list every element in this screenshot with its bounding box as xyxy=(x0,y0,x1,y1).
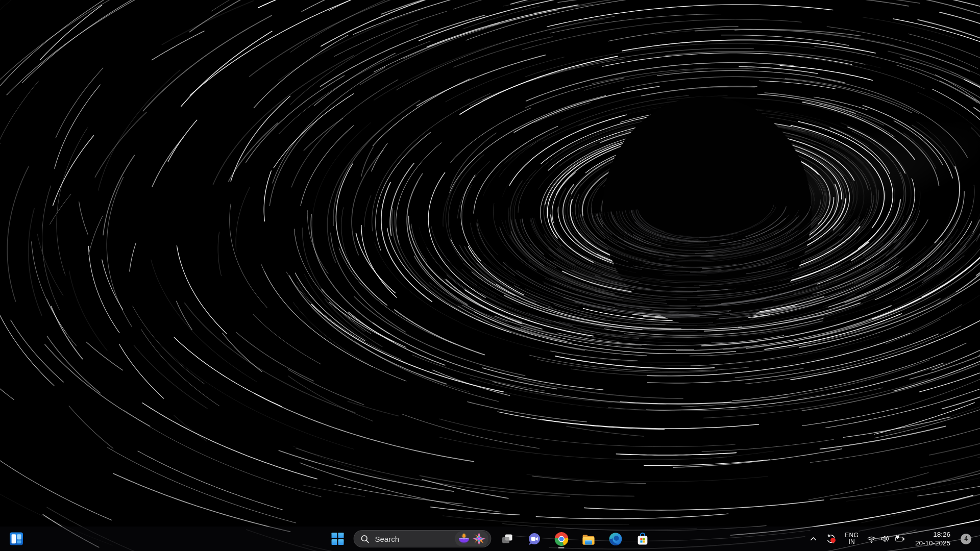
clock-date: 20-10-2025 xyxy=(915,539,950,547)
desktop-wallpaper xyxy=(0,0,980,551)
diya-lamp-icon xyxy=(457,532,471,546)
battery-plugged-icon xyxy=(894,533,905,544)
running-app-indicator xyxy=(558,547,565,548)
rangoli-star-icon xyxy=(472,532,486,546)
chrome-button[interactable] xyxy=(550,528,573,549)
wifi-icon xyxy=(867,534,876,544)
chrome-icon xyxy=(554,532,568,546)
video-chat-app-button[interactable] xyxy=(523,528,546,549)
language-switcher[interactable]: ENG IN xyxy=(841,529,862,549)
clock-time: 18:26 xyxy=(933,530,950,539)
search-highlights[interactable] xyxy=(455,531,488,546)
quick-settings-button[interactable] xyxy=(863,529,909,549)
search-icon xyxy=(361,535,370,543)
taskbar: Search xyxy=(0,527,980,551)
file-explorer-icon xyxy=(581,532,595,546)
sync-status-button[interactable] xyxy=(822,529,840,549)
edge-button[interactable] xyxy=(604,528,627,549)
file-explorer-button[interactable] xyxy=(577,528,600,549)
edge-icon xyxy=(608,532,622,546)
store-icon xyxy=(635,532,649,546)
task-view-button[interactable] xyxy=(496,528,519,549)
search-box[interactable]: Search xyxy=(354,530,492,547)
hidden-icons-button[interactable] xyxy=(806,529,821,549)
video-chat-icon xyxy=(527,532,541,546)
widgets-button[interactable] xyxy=(5,528,28,549)
language-region: IN xyxy=(848,539,854,545)
task-view-icon xyxy=(501,532,514,545)
start-button[interactable] xyxy=(327,528,349,549)
desktop: Search xyxy=(0,0,980,551)
clock-button[interactable]: 18:26 20-10-2025 xyxy=(910,529,956,549)
notification-center-button[interactable]: 4 xyxy=(957,529,975,549)
microsoft-store-button[interactable] xyxy=(631,528,654,549)
notification-count-badge: 4 xyxy=(961,534,971,544)
chevron-up-icon xyxy=(810,535,817,543)
search-placeholder: Search xyxy=(375,535,455,543)
widgets-icon xyxy=(9,532,23,546)
windows-start-icon xyxy=(331,532,345,545)
speaker-icon xyxy=(880,534,890,544)
